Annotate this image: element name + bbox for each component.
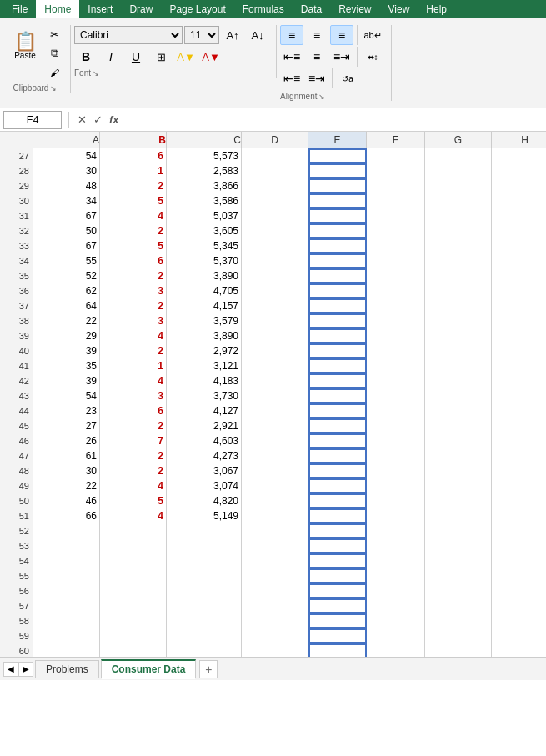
cell-b[interactable]: 5 [100,193,167,208]
cell-h[interactable] [492,328,546,343]
cell-a[interactable]: 55 [33,253,100,268]
cell-a[interactable]: 62 [33,283,100,298]
confirm-icon[interactable]: ✓ [92,112,104,128]
tab-view[interactable]: View [380,0,418,18]
cell-c[interactable]: 4,183 [167,373,242,388]
cell-f[interactable] [367,268,425,283]
cell-c[interactable]: 4,603 [167,433,242,448]
cell-e[interactable] [308,253,367,268]
cut-button[interactable]: ✂ [45,25,63,43]
cell-h[interactable] [492,253,546,268]
cell-f[interactable] [367,538,425,553]
cell-h[interactable] [492,583,546,598]
cell-a[interactable]: 54 [33,388,100,403]
cell-d[interactable] [242,193,308,208]
cell-c[interactable]: 4,127 [167,403,242,418]
cell-e[interactable] [308,298,367,313]
cell-f[interactable] [367,553,425,568]
cell-e[interactable] [308,358,367,373]
alignment-expand-icon[interactable]: ↘ [318,93,325,101]
cell-e[interactable] [308,373,367,388]
cell-b[interactable]: 7 [100,433,167,448]
cell-g[interactable] [425,598,492,613]
cell-f[interactable] [367,628,425,643]
cell-f[interactable] [367,508,425,523]
cell-a[interactable]: 39 [33,343,100,358]
cell-g[interactable] [425,193,492,208]
cell-h[interactable] [492,193,546,208]
cell-b[interactable]: 2 [100,448,167,463]
cell-e[interactable] [308,643,367,657]
cell-b[interactable]: 6 [100,403,167,418]
cell-b[interactable]: 5 [100,493,167,508]
tab-data[interactable]: Data [293,0,330,18]
col-header-f[interactable]: F [367,132,425,148]
cell-b[interactable]: 6 [100,253,167,268]
cell-b[interactable]: 2 [100,223,167,238]
cell-b[interactable]: 4 [100,373,167,388]
cell-b[interactable] [100,598,167,613]
font-expand-icon[interactable]: ↘ [93,69,99,78]
cell-a[interactable]: 35 [33,358,100,373]
orientation-button[interactable]: ↺a [336,68,359,88]
scroll-right-arrow[interactable]: ▶ [18,662,33,677]
cell-c[interactable]: 5,573 [167,148,242,163]
font-color-button[interactable]: A▼ [199,47,223,67]
cell-h[interactable] [492,163,546,178]
function-icon[interactable]: fx [108,112,121,128]
cell-c[interactable]: 3,067 [167,463,242,478]
cell-d[interactable] [242,343,308,358]
cell-b[interactable]: 3 [100,388,167,403]
cell-c[interactable]: 4,705 [167,283,242,298]
col-header-d[interactable]: D [242,132,308,148]
cell-g[interactable] [425,208,492,223]
cell-d[interactable] [242,148,308,163]
cell-g[interactable] [425,238,492,253]
sheet-tab-consumer-data[interactable]: Consumer Data [101,659,197,679]
cell-b[interactable] [100,523,167,538]
copy-button[interactable]: ⧉ [45,44,63,63]
cell-g[interactable] [425,283,492,298]
cell-c[interactable] [167,643,242,657]
cell-c[interactable] [167,553,242,568]
decrease-font-button[interactable]: A↓ [246,25,269,45]
cell-g[interactable] [425,643,492,657]
cell-d[interactable] [242,598,308,613]
cell-h[interactable] [492,478,546,493]
cell-a[interactable] [33,583,100,598]
cell-c[interactable]: 3,605 [167,223,242,238]
cell-f[interactable] [367,238,425,253]
cell-c[interactable]: 2,583 [167,163,242,178]
cell-b[interactable]: 2 [100,298,167,313]
cell-a[interactable] [33,598,100,613]
cell-a[interactable] [33,628,100,643]
underline-button[interactable]: U [124,47,148,67]
cell-e[interactable] [308,583,367,598]
col-header-e[interactable]: E [308,132,367,148]
cell-h[interactable] [492,223,546,238]
font-size-select[interactable]: 11 [184,26,219,44]
cell-h[interactable] [492,568,546,583]
cell-g[interactable] [425,463,492,478]
cell-g[interactable] [425,343,492,358]
cell-d[interactable] [242,448,308,463]
cell-e[interactable] [308,493,367,508]
cell-h[interactable] [492,643,546,657]
cell-a[interactable]: 54 [33,148,100,163]
cell-e[interactable] [308,148,367,163]
cell-e[interactable] [308,178,367,193]
cell-e[interactable] [308,343,367,358]
cell-e[interactable] [308,388,367,403]
cell-g[interactable] [425,358,492,373]
wrap-text-button[interactable]: ab↵ [361,25,384,45]
increase-font-button[interactable]: A↑ [221,25,244,45]
cell-e[interactable] [308,463,367,478]
cell-b[interactable]: 4 [100,508,167,523]
cell-f[interactable] [367,433,425,448]
cell-g[interactable] [425,268,492,283]
cell-f[interactable] [367,253,425,268]
cell-d[interactable] [242,433,308,448]
cell-h[interactable] [492,598,546,613]
cell-a[interactable]: 27 [33,418,100,433]
cell-f[interactable] [367,313,425,328]
